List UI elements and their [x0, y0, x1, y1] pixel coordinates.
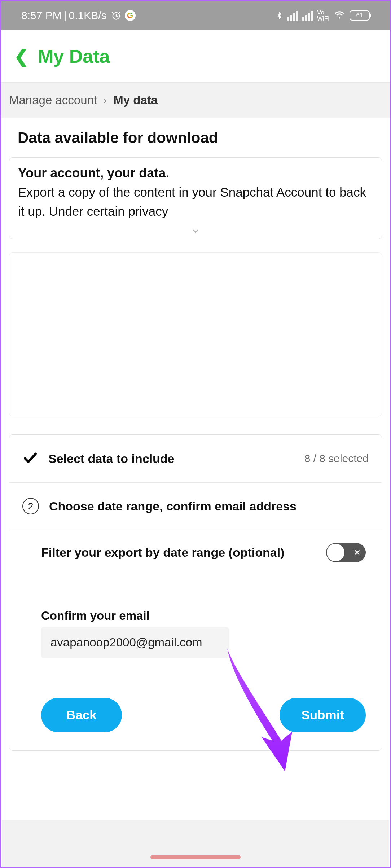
- check-icon: [22, 450, 38, 467]
- battery-icon: 61: [350, 10, 370, 21]
- battery-level: 61: [356, 12, 363, 19]
- confirm-email-label: Confirm your email: [41, 609, 366, 623]
- step-2-row: 2 Choose date range, confirm email addre…: [9, 483, 382, 530]
- steps-card: Select data to include 8 / 8 selected 2 …: [9, 434, 382, 751]
- toggle-knob: [327, 544, 344, 561]
- status-bar: 8:57 PM | 0.1KB/s G Vo WiFi: [1, 1, 390, 30]
- empty-card: [9, 252, 382, 416]
- step-1-meta: 8 / 8 selected: [304, 452, 369, 465]
- step-1-row[interactable]: Select data to include 8 / 8 selected: [9, 435, 382, 483]
- signal-icon: [302, 11, 313, 21]
- filter-label: Filter your export by date range (option…: [41, 543, 284, 562]
- status-time: 8:57 PM: [21, 9, 62, 22]
- step-2-number: 2: [22, 498, 39, 514]
- bluetooth-icon: [275, 10, 283, 21]
- step-2-label: Choose date range, confirm email address: [49, 499, 369, 513]
- bottom-area: [2, 820, 389, 867]
- breadcrumb-parent[interactable]: Manage account: [9, 93, 97, 107]
- page-title: My Data: [38, 45, 110, 67]
- nav-header: ❮ My Data: [1, 30, 390, 82]
- back-button[interactable]: Back: [41, 698, 122, 732]
- vowifi-bottom: WiFi: [317, 16, 329, 22]
- date-filter-toggle[interactable]: ✕: [326, 543, 366, 562]
- home-indicator[interactable]: [150, 855, 241, 859]
- email-field[interactable]: [41, 627, 229, 658]
- breadcrumb-current: My data: [113, 93, 158, 107]
- status-netspeed: 0.1KB/s: [69, 9, 107, 22]
- section-heading: Data available for download: [1, 118, 390, 157]
- info-card: Your account, your data. Export a copy o…: [9, 157, 382, 239]
- step-2-body: Filter your export by date range (option…: [9, 530, 382, 750]
- wifi-icon: [334, 11, 345, 20]
- back-icon[interactable]: ❮: [14, 46, 28, 66]
- breadcrumb: Manage account › My data: [1, 82, 390, 118]
- info-title: Your account, your data.: [18, 166, 373, 181]
- info-body: Export a copy of the content in your Sna…: [18, 183, 373, 221]
- chevron-down-icon[interactable]: ⌄: [18, 221, 373, 234]
- alarm-icon: [111, 10, 121, 21]
- step-1-label: Select data to include: [48, 452, 294, 466]
- vowifi-icon: Vo WiFi: [317, 9, 329, 22]
- vowifi-top: Vo: [317, 9, 329, 16]
- close-icon: ✕: [353, 548, 361, 558]
- signal-icon: [287, 11, 298, 21]
- chevron-right-icon: ›: [104, 95, 107, 106]
- submit-button[interactable]: Submit: [280, 698, 366, 732]
- google-icon: G: [125, 10, 136, 21]
- status-sep: |: [64, 9, 67, 22]
